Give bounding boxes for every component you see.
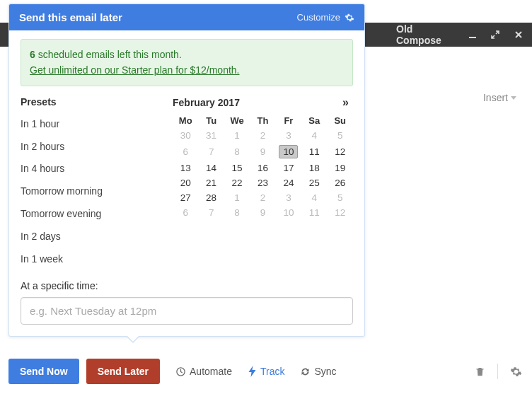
calendar-dow: Su <box>328 113 353 128</box>
calendar-grid: MoTuWeThFrSaSu 3031123456789101112131415… <box>173 113 353 220</box>
sync-button[interactable]: Sync <box>300 366 336 377</box>
calendar-day[interactable]: 14 <box>198 161 224 175</box>
trash-icon[interactable] <box>472 366 487 378</box>
promo-text: scheduled emails left this month. <box>35 49 182 60</box>
chevron-down-icon <box>511 96 516 100</box>
calendar-day[interactable]: 16 <box>250 161 275 175</box>
calendar-day[interactable]: 21 <box>198 175 224 190</box>
popover-title: Send this email later <box>19 11 122 23</box>
calendar-day[interactable]: 4 <box>301 190 327 205</box>
compose-toolbar: Send Now Send Later Automate Track Sync <box>8 359 524 384</box>
calendar-day[interactable]: 5 <box>328 190 353 205</box>
calendar-day[interactable]: 6 <box>173 205 198 220</box>
calendar-dow: Sa <box>301 113 327 128</box>
calendar-day[interactable]: 5 <box>328 128 353 143</box>
automate-button[interactable]: Automate <box>175 366 232 377</box>
close-icon[interactable] <box>514 29 524 40</box>
calendar-day[interactable]: 20 <box>173 175 198 190</box>
preset-item[interactable]: Tomorrow evening <box>21 203 166 226</box>
minimize-icon[interactable] <box>468 29 478 40</box>
calendar-day[interactable]: 11 <box>301 143 327 161</box>
sync-icon <box>300 366 311 377</box>
calendar-day[interactable]: 17 <box>276 161 301 175</box>
customize-label: Customize <box>297 12 340 23</box>
calendar-day[interactable]: 12 <box>328 143 353 161</box>
calendar-day[interactable]: 23 <box>250 175 275 190</box>
calendar-next-button[interactable]: » <box>338 96 353 109</box>
customize-link[interactable]: Customize <box>297 12 354 23</box>
calendar-day[interactable]: 15 <box>224 161 250 175</box>
calendar-dow: Fr <box>276 113 301 128</box>
toolbar-divider <box>497 364 498 379</box>
calendar-column: February 2017 » MoTuWeThFrSaSu 303112345… <box>173 96 353 271</box>
calendar-day[interactable]: 28 <box>198 190 224 205</box>
calendar-day[interactable]: 7 <box>198 205 224 220</box>
specific-time-input[interactable] <box>21 297 353 325</box>
calendar-day[interactable]: 9 <box>250 205 275 220</box>
calendar-day[interactable]: 1 <box>224 190 250 205</box>
calendar-day[interactable]: 1 <box>224 128 250 143</box>
calendar-day[interactable]: 2 <box>250 128 275 143</box>
calendar-day[interactable]: 8 <box>224 143 250 161</box>
calendar-day[interactable]: 10 <box>276 143 301 161</box>
expand-icon[interactable] <box>490 29 501 40</box>
calendar-day[interactable]: 3 <box>276 128 301 143</box>
preset-item[interactable]: Tomorrow morning <box>21 180 166 203</box>
calendar-month-label: February 2017 <box>173 97 240 108</box>
calendar-day[interactable]: 27 <box>173 190 198 205</box>
clock-icon <box>175 366 186 377</box>
settings-gear-icon[interactable] <box>508 366 524 378</box>
calendar-day[interactable]: 26 <box>328 175 353 190</box>
calendar-day[interactable]: 25 <box>301 175 327 190</box>
specific-time-label: At a specific time: <box>21 280 353 291</box>
promo-link[interactable]: Get unlimited on our Starter plan for $1… <box>30 64 240 76</box>
preset-item[interactable]: In 1 week <box>21 248 166 271</box>
preset-item[interactable]: In 2 days <box>21 226 166 248</box>
presets-header: Presets <box>21 96 166 108</box>
calendar-day[interactable]: 9 <box>250 143 275 161</box>
calendar-day[interactable]: 10 <box>276 205 301 220</box>
sync-label: Sync <box>314 366 336 377</box>
calendar-dow: Th <box>250 113 275 128</box>
insert-dropdown[interactable]: Insert <box>483 92 516 103</box>
calendar-day[interactable]: 11 <box>301 205 327 220</box>
gear-icon <box>345 13 354 23</box>
preset-item[interactable]: In 1 hour <box>21 113 166 136</box>
calendar-dow: We <box>224 113 250 128</box>
send-later-popover: Send this email later Customize 6 schedu… <box>8 4 365 337</box>
calendar-day[interactable]: 12 <box>328 205 353 220</box>
track-button[interactable]: Track <box>248 366 284 377</box>
calendar-day[interactable]: 19 <box>328 161 353 175</box>
preset-item[interactable]: In 2 hours <box>21 136 166 158</box>
send-now-button[interactable]: Send Now <box>8 359 79 384</box>
calendar-day[interactable]: 6 <box>173 143 198 161</box>
calendar-dow: Mo <box>173 113 198 128</box>
svg-rect-0 <box>469 37 476 38</box>
calendar-day[interactable]: 4 <box>301 128 327 143</box>
send-later-button[interactable]: Send Later <box>86 359 160 384</box>
automate-label: Automate <box>190 366 232 377</box>
promo-count: 6 <box>30 49 35 60</box>
calendar-day[interactable]: 22 <box>224 175 250 190</box>
calendar-day[interactable]: 7 <box>198 143 224 161</box>
bolt-icon <box>248 366 257 377</box>
calendar-day[interactable]: 3 <box>276 190 301 205</box>
calendar-day[interactable]: 24 <box>276 175 301 190</box>
preset-item[interactable]: In 4 hours <box>21 158 166 180</box>
popover-header: Send this email later Customize <box>9 4 364 30</box>
calendar-dow: Tu <box>198 113 224 128</box>
calendar-day[interactable]: 31 <box>198 128 224 143</box>
calendar-day[interactable]: 13 <box>173 161 198 175</box>
promo-banner: 6 scheduled emails left this month. Get … <box>21 39 353 86</box>
insert-label: Insert <box>483 92 508 103</box>
calendar-day[interactable]: 18 <box>301 161 327 175</box>
presets-column: Presets In 1 hourIn 2 hoursIn 4 hoursTom… <box>21 96 166 271</box>
calendar-day[interactable]: 2 <box>250 190 275 205</box>
calendar-day[interactable]: 8 <box>224 205 250 220</box>
track-label: Track <box>260 366 284 377</box>
calendar-day[interactable]: 30 <box>173 128 198 143</box>
